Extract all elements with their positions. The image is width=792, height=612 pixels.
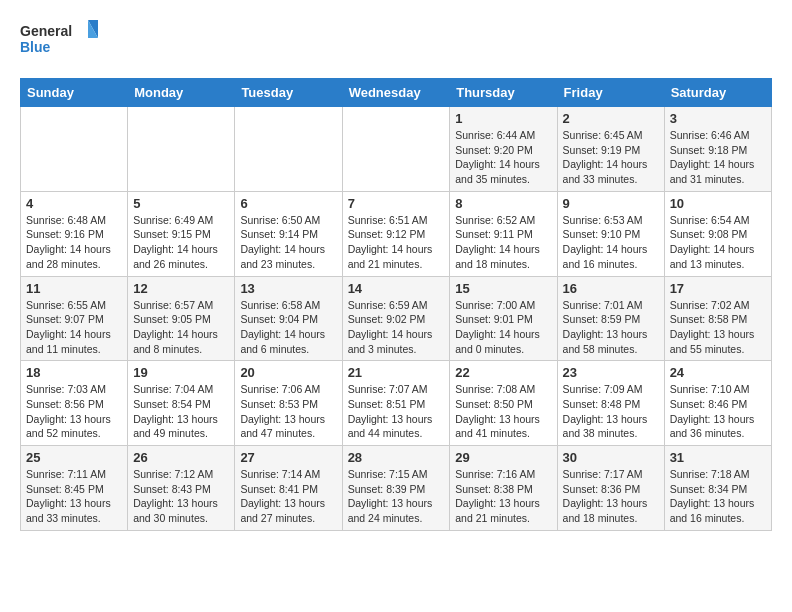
day-info: Sunrise: 6:50 AM Sunset: 9:14 PM Dayligh…	[240, 213, 336, 272]
day-number: 7	[348, 196, 445, 211]
day-info: Sunrise: 6:51 AM Sunset: 9:12 PM Dayligh…	[348, 213, 445, 272]
calendar-cell: 25Sunrise: 7:11 AM Sunset: 8:45 PM Dayli…	[21, 446, 128, 531]
day-info: Sunrise: 6:45 AM Sunset: 9:19 PM Dayligh…	[563, 128, 659, 187]
calendar-cell	[21, 107, 128, 192]
day-number: 4	[26, 196, 122, 211]
day-number: 21	[348, 365, 445, 380]
weekday-header-friday: Friday	[557, 79, 664, 107]
calendar-cell	[235, 107, 342, 192]
calendar-cell: 9Sunrise: 6:53 AM Sunset: 9:10 PM Daylig…	[557, 191, 664, 276]
calendar-body: 1Sunrise: 6:44 AM Sunset: 9:20 PM Daylig…	[21, 107, 772, 531]
day-info: Sunrise: 6:44 AM Sunset: 9:20 PM Dayligh…	[455, 128, 551, 187]
calendar-cell: 30Sunrise: 7:17 AM Sunset: 8:36 PM Dayli…	[557, 446, 664, 531]
day-number: 6	[240, 196, 336, 211]
day-number: 29	[455, 450, 551, 465]
day-number: 10	[670, 196, 766, 211]
calendar-cell: 7Sunrise: 6:51 AM Sunset: 9:12 PM Daylig…	[342, 191, 450, 276]
day-info: Sunrise: 6:48 AM Sunset: 9:16 PM Dayligh…	[26, 213, 122, 272]
day-info: Sunrise: 7:06 AM Sunset: 8:53 PM Dayligh…	[240, 382, 336, 441]
day-info: Sunrise: 7:03 AM Sunset: 8:56 PM Dayligh…	[26, 382, 122, 441]
day-info: Sunrise: 6:55 AM Sunset: 9:07 PM Dayligh…	[26, 298, 122, 357]
calendar-cell: 10Sunrise: 6:54 AM Sunset: 9:08 PM Dayli…	[664, 191, 771, 276]
day-info: Sunrise: 7:17 AM Sunset: 8:36 PM Dayligh…	[563, 467, 659, 526]
day-number: 19	[133, 365, 229, 380]
logo: General Blue	[20, 20, 100, 62]
calendar-header-row: SundayMondayTuesdayWednesdayThursdayFrid…	[21, 79, 772, 107]
calendar-cell: 22Sunrise: 7:08 AM Sunset: 8:50 PM Dayli…	[450, 361, 557, 446]
day-number: 30	[563, 450, 659, 465]
day-number: 5	[133, 196, 229, 211]
day-number: 27	[240, 450, 336, 465]
day-number: 24	[670, 365, 766, 380]
day-number: 12	[133, 281, 229, 296]
day-info: Sunrise: 6:49 AM Sunset: 9:15 PM Dayligh…	[133, 213, 229, 272]
day-info: Sunrise: 7:11 AM Sunset: 8:45 PM Dayligh…	[26, 467, 122, 526]
day-number: 1	[455, 111, 551, 126]
calendar-cell: 1Sunrise: 6:44 AM Sunset: 9:20 PM Daylig…	[450, 107, 557, 192]
calendar-cell: 4Sunrise: 6:48 AM Sunset: 9:16 PM Daylig…	[21, 191, 128, 276]
weekday-header-tuesday: Tuesday	[235, 79, 342, 107]
calendar-cell: 20Sunrise: 7:06 AM Sunset: 8:53 PM Dayli…	[235, 361, 342, 446]
logo-svg: General Blue	[20, 20, 100, 62]
calendar-cell: 13Sunrise: 6:58 AM Sunset: 9:04 PM Dayli…	[235, 276, 342, 361]
calendar-cell: 5Sunrise: 6:49 AM Sunset: 9:15 PM Daylig…	[128, 191, 235, 276]
calendar-week-row: 4Sunrise: 6:48 AM Sunset: 9:16 PM Daylig…	[21, 191, 772, 276]
calendar-cell: 31Sunrise: 7:18 AM Sunset: 8:34 PM Dayli…	[664, 446, 771, 531]
calendar-table: SundayMondayTuesdayWednesdayThursdayFrid…	[20, 78, 772, 531]
day-info: Sunrise: 7:01 AM Sunset: 8:59 PM Dayligh…	[563, 298, 659, 357]
calendar-cell: 27Sunrise: 7:14 AM Sunset: 8:41 PM Dayli…	[235, 446, 342, 531]
calendar-cell	[128, 107, 235, 192]
weekday-header-wednesday: Wednesday	[342, 79, 450, 107]
calendar-cell: 29Sunrise: 7:16 AM Sunset: 8:38 PM Dayli…	[450, 446, 557, 531]
day-number: 20	[240, 365, 336, 380]
day-number: 16	[563, 281, 659, 296]
calendar-cell: 23Sunrise: 7:09 AM Sunset: 8:48 PM Dayli…	[557, 361, 664, 446]
calendar-cell: 14Sunrise: 6:59 AM Sunset: 9:02 PM Dayli…	[342, 276, 450, 361]
day-number: 17	[670, 281, 766, 296]
calendar-cell: 21Sunrise: 7:07 AM Sunset: 8:51 PM Dayli…	[342, 361, 450, 446]
weekday-header-saturday: Saturday	[664, 79, 771, 107]
day-info: Sunrise: 7:00 AM Sunset: 9:01 PM Dayligh…	[455, 298, 551, 357]
svg-text:Blue: Blue	[20, 39, 51, 55]
day-number: 22	[455, 365, 551, 380]
calendar-cell: 2Sunrise: 6:45 AM Sunset: 9:19 PM Daylig…	[557, 107, 664, 192]
day-number: 26	[133, 450, 229, 465]
calendar-week-row: 11Sunrise: 6:55 AM Sunset: 9:07 PM Dayli…	[21, 276, 772, 361]
day-info: Sunrise: 7:08 AM Sunset: 8:50 PM Dayligh…	[455, 382, 551, 441]
calendar-cell: 15Sunrise: 7:00 AM Sunset: 9:01 PM Dayli…	[450, 276, 557, 361]
day-number: 13	[240, 281, 336, 296]
day-info: Sunrise: 6:46 AM Sunset: 9:18 PM Dayligh…	[670, 128, 766, 187]
day-number: 25	[26, 450, 122, 465]
calendar-cell: 17Sunrise: 7:02 AM Sunset: 8:58 PM Dayli…	[664, 276, 771, 361]
day-number: 9	[563, 196, 659, 211]
day-number: 15	[455, 281, 551, 296]
day-info: Sunrise: 7:16 AM Sunset: 8:38 PM Dayligh…	[455, 467, 551, 526]
day-info: Sunrise: 6:57 AM Sunset: 9:05 PM Dayligh…	[133, 298, 229, 357]
page-header: General Blue	[20, 20, 772, 62]
day-info: Sunrise: 7:09 AM Sunset: 8:48 PM Dayligh…	[563, 382, 659, 441]
day-info: Sunrise: 6:53 AM Sunset: 9:10 PM Dayligh…	[563, 213, 659, 272]
calendar-cell: 18Sunrise: 7:03 AM Sunset: 8:56 PM Dayli…	[21, 361, 128, 446]
calendar-cell: 3Sunrise: 6:46 AM Sunset: 9:18 PM Daylig…	[664, 107, 771, 192]
calendar-cell: 16Sunrise: 7:01 AM Sunset: 8:59 PM Dayli…	[557, 276, 664, 361]
day-info: Sunrise: 6:58 AM Sunset: 9:04 PM Dayligh…	[240, 298, 336, 357]
calendar-cell: 19Sunrise: 7:04 AM Sunset: 8:54 PM Dayli…	[128, 361, 235, 446]
day-info: Sunrise: 6:52 AM Sunset: 9:11 PM Dayligh…	[455, 213, 551, 272]
day-number: 31	[670, 450, 766, 465]
day-info: Sunrise: 6:54 AM Sunset: 9:08 PM Dayligh…	[670, 213, 766, 272]
calendar-cell: 12Sunrise: 6:57 AM Sunset: 9:05 PM Dayli…	[128, 276, 235, 361]
day-number: 2	[563, 111, 659, 126]
calendar-week-row: 1Sunrise: 6:44 AM Sunset: 9:20 PM Daylig…	[21, 107, 772, 192]
day-info: Sunrise: 7:15 AM Sunset: 8:39 PM Dayligh…	[348, 467, 445, 526]
day-info: Sunrise: 7:02 AM Sunset: 8:58 PM Dayligh…	[670, 298, 766, 357]
day-number: 18	[26, 365, 122, 380]
day-number: 14	[348, 281, 445, 296]
day-info: Sunrise: 7:18 AM Sunset: 8:34 PM Dayligh…	[670, 467, 766, 526]
day-number: 23	[563, 365, 659, 380]
day-info: Sunrise: 7:10 AM Sunset: 8:46 PM Dayligh…	[670, 382, 766, 441]
day-number: 11	[26, 281, 122, 296]
weekday-header-sunday: Sunday	[21, 79, 128, 107]
calendar-cell	[342, 107, 450, 192]
calendar-cell: 28Sunrise: 7:15 AM Sunset: 8:39 PM Dayli…	[342, 446, 450, 531]
day-info: Sunrise: 7:12 AM Sunset: 8:43 PM Dayligh…	[133, 467, 229, 526]
